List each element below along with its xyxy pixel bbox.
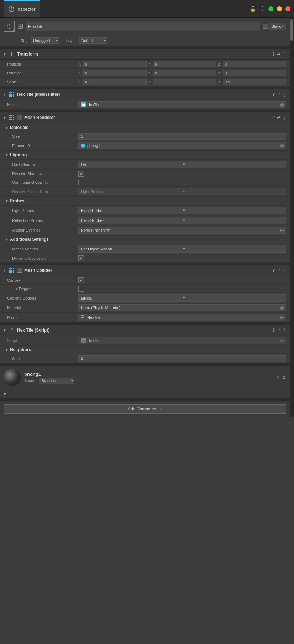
object-enabled-checkbox[interactable]: ✓	[18, 24, 23, 29]
hex-tile-script-help-icon[interactable]: ?	[272, 328, 275, 333]
material-help-icon[interactable]: ?	[277, 375, 279, 380]
tag-select[interactable]: Untagged	[31, 37, 59, 44]
rotation-x-input[interactable]	[83, 70, 147, 76]
material-shader-select[interactable]: Standard	[39, 378, 74, 384]
close-button[interactable]	[285, 6, 290, 11]
hex-tile-script-section-header[interactable]: ▼ # Hex Tile (Script) ? ⇌ ⋮	[0, 324, 290, 336]
collider-mesh-ref[interactable]: HexTile ◎	[78, 314, 286, 321]
motion-vectors-dropdown[interactable]: Per Object Motion ▾	[78, 245, 286, 253]
mesh-renderer-enabled-checkbox[interactable]: ✓	[17, 115, 22, 120]
mesh-collider-more-icon[interactable]: ⋮	[283, 268, 287, 273]
neighbors-subsection-header[interactable]: ▼ Neighbors	[0, 346, 290, 354]
mesh-filter-mesh-value: HexTile	[87, 103, 279, 107]
reflection-probes-dropdown[interactable]: Blend Probes ▾	[78, 217, 286, 224]
layer-select-wrapper[interactable]: Default	[79, 37, 107, 44]
dynamic-occlusion-checkbox[interactable]: ✓	[78, 255, 84, 261]
material-expand-row[interactable]: ▶	[0, 389, 290, 398]
convex-label: Convex	[7, 278, 78, 282]
mesh-filter-help-icon[interactable]: ?	[272, 92, 275, 97]
mesh-collider-enabled-checkbox[interactable]: ✓	[17, 268, 22, 273]
material-preview-name: phong1	[24, 372, 41, 377]
anchor-override-ref[interactable]: None (Transform) ◎	[78, 227, 286, 234]
script-target-icon[interactable]: ◎	[280, 338, 284, 343]
add-component-arrow: ▾	[160, 407, 162, 411]
scale-z-input[interactable]	[223, 79, 286, 85]
mesh-filter-settings-icon[interactable]: ⇌	[277, 92, 280, 97]
scrollbar[interactable]	[290, 18, 294, 417]
lock-icon[interactable]: 🔓	[250, 6, 256, 12]
cast-shadows-label: Cast Shadows	[7, 162, 78, 167]
static-checkbox[interactable]	[263, 24, 268, 29]
mesh-filter-mesh-ref[interactable]: HexTile ◎	[78, 101, 286, 108]
rotation-y-input[interactable]	[153, 70, 216, 76]
transform-section-header[interactable]: ▼ ✛ Transform ? ⇌ ⋮	[0, 48, 290, 60]
motion-vectors-value: Per Object Motion	[81, 247, 182, 251]
mesh-collider-settings-icon[interactable]: ⇌	[277, 268, 280, 273]
position-x-input[interactable]	[83, 61, 147, 67]
light-probes-dropdown[interactable]: Blend Probes ▾	[78, 207, 286, 214]
receive-shadows-checkbox[interactable]: ✓	[78, 171, 84, 177]
scrollbar-thumb[interactable]	[290, 19, 293, 41]
script-ref[interactable]: CS HexTile ◎	[78, 337, 286, 344]
hex-tile-script-settings-icon[interactable]: ⇌	[277, 328, 280, 333]
element0-ref[interactable]: phong1 ◎	[78, 142, 286, 149]
cooking-options-dropdown[interactable]: Mixed... ▾	[78, 294, 286, 302]
minimize-button[interactable]	[277, 6, 282, 11]
mesh-filter-more-icon[interactable]: ⋮	[283, 92, 287, 97]
position-y-input[interactable]	[153, 61, 216, 67]
material-expand-arrow[interactable]: ▶	[4, 391, 6, 396]
object-name-input[interactable]	[26, 22, 260, 31]
mesh-renderer-section-header[interactable]: ▼ ✓ Mesh Renderer ?	[0, 112, 290, 123]
collider-mesh-label: Mesh	[7, 315, 78, 320]
collider-material-row: Material None (Physic Material) ◎	[0, 303, 290, 313]
collider-material-target-icon[interactable]: ◎	[280, 305, 284, 310]
anchor-override-target-icon[interactable]: ◎	[280, 228, 284, 233]
additional-settings-subsection-header[interactable]: ▼ Additional Settings	[0, 235, 290, 244]
mesh-renderer-settings-icon[interactable]: ⇌	[277, 115, 280, 120]
material-settings-icon[interactable]: ⚙	[282, 375, 286, 380]
material-shader-label: Shader	[24, 379, 37, 383]
element0-target-icon[interactable]: ◎	[280, 143, 284, 148]
more-options-icon[interactable]: ⋮	[259, 5, 265, 12]
is-trigger-checkbox[interactable]	[78, 286, 84, 292]
position-z-input[interactable]	[223, 61, 286, 67]
cast-shadows-dropdown[interactable]: On ▾	[78, 161, 286, 168]
scale-x-input[interactable]	[83, 79, 147, 85]
mesh-collider-section-header[interactable]: ▼ ✓ Mesh Collider ?	[0, 265, 290, 276]
hex-tile-script-more-icon[interactable]: ⋮	[283, 328, 287, 333]
lighting-subsection-header[interactable]: ▼ Lighting	[0, 151, 290, 160]
layer-select[interactable]: Default	[79, 37, 107, 44]
mesh-filter-title: Hex Tile (Mesh Filter)	[17, 92, 270, 97]
static-button[interactable]: Static ▾	[269, 23, 286, 30]
mesh-filter-section-header[interactable]: ▼ Hex Tile (Mesh Filter) ? ⇌ ⋮	[0, 89, 290, 100]
material-shader-select-wrapper[interactable]: Standard	[39, 378, 74, 384]
convex-checkbox[interactable]: ✓	[78, 277, 84, 283]
collider-mesh-target-icon[interactable]: ◎	[280, 315, 284, 320]
transform-title: Transform	[17, 52, 270, 57]
transform-settings-icon[interactable]: ⇌	[277, 52, 280, 57]
materials-subsection-header[interactable]: ▼ Materials	[0, 123, 290, 132]
transform-help-icon[interactable]: ?	[272, 52, 275, 57]
collider-material-ref[interactable]: None (Physic Material) ◎	[78, 304, 286, 311]
mesh-collider-help-icon[interactable]: ?	[272, 268, 275, 273]
maximize-button[interactable]	[268, 6, 273, 11]
mesh-filter-target-icon[interactable]: ◎	[280, 102, 284, 107]
mesh-renderer-more-icon[interactable]: ⋮	[283, 115, 287, 120]
mesh-collider-title: Mesh Collider	[24, 268, 270, 273]
add-component-button[interactable]: Add Component ▾	[4, 404, 286, 414]
tag-select-wrapper[interactable]: Untagged	[31, 37, 59, 44]
mesh-filter-collapse-arrow: ▼	[3, 93, 6, 97]
mesh-renderer-help-icon[interactable]: ?	[272, 115, 275, 120]
probes-subsection-header[interactable]: ▼ Probes	[0, 197, 290, 206]
materials-size-input[interactable]	[78, 133, 286, 140]
neighbors-size-input[interactable]	[78, 355, 286, 362]
contribute-gi-checkbox[interactable]	[78, 180, 84, 185]
rotation-z-input[interactable]	[223, 70, 286, 76]
mesh-renderer-icon	[9, 114, 15, 121]
add-component-row[interactable]: Add Component ▾	[0, 400, 290, 417]
receive-gi-dropdown[interactable]: Light Probes ▾	[78, 188, 286, 195]
collider-mesh-value: HexTile	[87, 315, 279, 320]
inspector-tab[interactable]: i Inspector	[4, 0, 40, 17]
scale-y-input[interactable]	[153, 79, 216, 85]
transform-more-icon[interactable]: ⋮	[283, 52, 287, 57]
